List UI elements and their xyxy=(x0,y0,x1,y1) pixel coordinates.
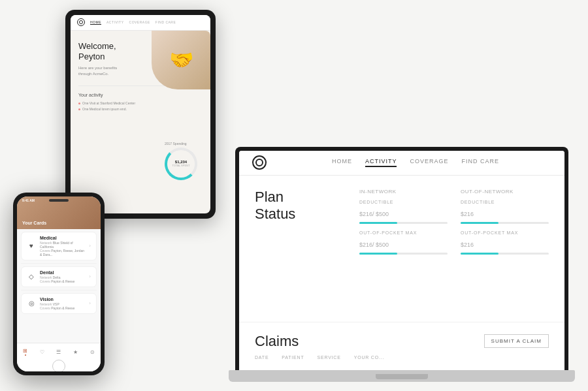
home-button[interactable] xyxy=(52,360,65,371)
vision-icon: ◎ xyxy=(27,299,36,308)
medical-card-arrow: › xyxy=(89,243,91,249)
phone-tab-2[interactable]: ☰ xyxy=(56,349,61,355)
tablet-hands-graphic: 🤝 xyxy=(152,31,210,89)
dental-icon: ◇ xyxy=(27,272,36,281)
laptop-nav-home[interactable]: HOME xyxy=(332,158,352,167)
in-network-oopmax-progress xyxy=(359,253,448,255)
claims-cols: DATE PATIENT SERVICE YOUR CO... xyxy=(255,355,549,360)
out-network-deductible-progress xyxy=(461,222,549,224)
tablet-nav-coverage[interactable]: COVERAGE xyxy=(129,20,150,25)
laptop-nav-coverage[interactable]: COVERAGE xyxy=(410,158,448,167)
in-network-deductible-fill xyxy=(359,222,397,224)
in-network-oopmax-fill xyxy=(359,253,397,255)
laptop-body xyxy=(229,370,575,382)
laptop-nav-activity[interactable]: ACTIVITY xyxy=(365,158,397,167)
phone-card-medical[interactable]: ♥ Medical Network Blue Shield of Califor… xyxy=(21,232,97,260)
out-network-oopmax-progress xyxy=(461,253,549,255)
laptop-hinge xyxy=(376,374,428,379)
in-network-deductible-label: DEDUCTIBLE xyxy=(359,200,448,204)
card-info-dental: Dental Network Delta Covers Payton & Ree… xyxy=(40,270,85,283)
out-network-oopmax-fill xyxy=(461,253,498,255)
out-network-oopmax-label: OUT-OF-POCKET MAX xyxy=(461,230,549,235)
phone-screen: 9:41 AM Your Cards ♥ Medical Network Blu… xyxy=(17,196,101,371)
phone-tab-icon-0: ⊞ xyxy=(23,348,27,354)
out-network-deductible-fill xyxy=(461,222,498,224)
out-network-deductible-amount: $216 xyxy=(461,206,549,219)
phone-tab-3[interactable]: ★ xyxy=(73,349,78,355)
phone-tab-dot-0 xyxy=(25,354,26,356)
card-info-medical: Medical Network Blue Shield of Californi… xyxy=(40,236,85,257)
out-network-deductible-label: DEDUCTIBLE xyxy=(461,200,549,204)
out-network-label: Out-of-Network xyxy=(461,189,549,195)
tablet-outer: HOME ACTIVITY COVERAGE FIND CARE 🤝 Welco… xyxy=(65,10,216,219)
claims-col-service: SERVICE xyxy=(317,355,340,360)
scene: HOME ACTIVITY COVERAGE FIND CARE Plan St… xyxy=(13,10,575,382)
phone-content: ♥ Medical Network Blue Shield of Califor… xyxy=(17,229,101,343)
tablet-activity-item-0: One Visit at Stanford Medical Center xyxy=(78,101,203,105)
card-type-medical: Medical xyxy=(40,236,85,240)
phone-divider-1 xyxy=(21,263,97,264)
claims-col-cost: YOUR CO... xyxy=(354,355,385,360)
phone-tab-0[interactable]: ⊞ xyxy=(23,348,27,356)
phone-card-vision[interactable]: ◎ Vision Network VSP Covers Payton & Ree… xyxy=(21,293,97,314)
phone-tab-1[interactable]: ♡ xyxy=(40,349,44,355)
medical-icon: ♥ xyxy=(27,242,36,251)
card-covers-vision: Covers Payton & Reese xyxy=(40,306,85,310)
phone-divider-2 xyxy=(21,290,97,290)
in-network-deductible: DEDUCTIBLE $216/ $500 xyxy=(359,200,448,224)
tablet-nav: HOME ACTIVITY COVERAGE FIND CARE xyxy=(71,15,210,31)
tablet-content: 🤝 Welcome, Peyton Here are your benefits… xyxy=(71,31,210,213)
in-network-deductible-progress xyxy=(359,222,448,224)
tablet-activity: Your activity One Visit at Stanford Medi… xyxy=(78,86,203,111)
tablet-nav-findcare[interactable]: FIND CARE xyxy=(155,20,176,25)
laptop-nav-items: HOME ACTIVITY COVERAGE FIND CARE xyxy=(332,158,499,167)
submit-claim-button[interactable]: SUBMIT A CLAIM xyxy=(484,334,549,348)
phone-tab-icon-3: ★ xyxy=(73,349,78,355)
laptop-content: Plan Status In-Network DEDUCTIBLE xyxy=(239,176,564,322)
phone-status-bar: 9:41 AM xyxy=(22,198,95,202)
laptop-nav-findcare[interactable]: FIND CARE xyxy=(462,158,500,167)
phone-cards-title: Your Cards xyxy=(22,221,46,225)
laptop-screen: HOME ACTIVITY COVERAGE FIND CARE Plan St… xyxy=(239,151,564,370)
claims-header: Claims SUBMIT A CLAIM xyxy=(255,333,549,350)
tablet-logo-icon xyxy=(77,18,85,26)
tablet-screen: HOME ACTIVITY COVERAGE FIND CARE 🤝 Welco… xyxy=(71,15,210,213)
phone-tab-icon-2: ☰ xyxy=(56,349,61,355)
phone-outer: 9:41 AM Your Cards ♥ Medical Network Blu… xyxy=(13,193,105,375)
laptop-plan-status-right: In-Network DEDUCTIBLE $216/ $500 xyxy=(359,189,549,309)
vision-card-arrow: › xyxy=(89,300,91,306)
phone-tab-icon-1: ♡ xyxy=(40,349,44,355)
in-network-oopmax-label: OUT-OF-POCKET MAX xyxy=(359,230,448,235)
tablet-spending-year: 2017 Spending xyxy=(165,142,204,146)
activity-dot-1 xyxy=(78,108,80,110)
phone-tab-icon-4: ⊙ xyxy=(90,349,95,355)
laptop-screen-outer: HOME ACTIVITY COVERAGE FIND CARE Plan St… xyxy=(235,147,568,370)
in-network-col: In-Network DEDUCTIBLE $216/ $500 xyxy=(359,189,448,261)
claims-title: Claims xyxy=(255,333,299,350)
card-info-vision: Vision Network VSP Covers Payton & Reese xyxy=(40,297,85,310)
phone-tab-4[interactable]: ⊙ xyxy=(90,349,95,355)
card-network-medical: Network Blue Shield of California xyxy=(40,241,85,249)
tablet-hero-image: 🤝 xyxy=(152,31,210,89)
spending-label: TOTAL SPENT xyxy=(172,164,190,167)
tablet-nav-activity[interactable]: ACTIVITY xyxy=(106,20,124,25)
out-network-oopmax-amount: $216 xyxy=(461,236,549,250)
card-covers-medical: Covers Payton, Reese, Jordan & Dara... xyxy=(40,249,85,257)
laptop-logo-icon xyxy=(252,155,267,170)
card-type-dental: Dental xyxy=(40,270,85,275)
laptop-device: HOME ACTIVITY COVERAGE FIND CARE Plan St… xyxy=(229,147,575,382)
phone-tab-bar: ⊞ ♡ ☰ ★ ⊙ xyxy=(17,343,101,361)
activity-dot-0 xyxy=(78,102,80,104)
phone-card-dental[interactable]: ◇ Dental Network Delta Covers Payton & R… xyxy=(21,266,97,287)
out-network-col: Out-of-Network DEDUCTIBLE $216 xyxy=(461,189,549,261)
phone-header: 9:41 AM Your Cards xyxy=(17,196,101,229)
tablet-spending-chart: 2017 Spending $1,234 TOTAL SPENT xyxy=(165,142,204,181)
in-network-deductible-amount: $216/ $500 xyxy=(359,206,448,219)
in-network-oopmax-amount: $216/ $500 xyxy=(359,236,448,250)
network-columns: In-Network DEDUCTIBLE $216/ $500 xyxy=(359,189,549,261)
tablet-activity-item-1: One Medical lorem ipsum end. xyxy=(78,107,203,111)
laptop-nav: HOME ACTIVITY COVERAGE FIND CARE xyxy=(239,151,564,176)
tablet-nav-items: HOME ACTIVITY COVERAGE FIND CARE xyxy=(90,20,176,25)
phone-time: 9:41 AM xyxy=(22,198,35,202)
tablet-nav-home[interactable]: HOME xyxy=(90,20,101,25)
